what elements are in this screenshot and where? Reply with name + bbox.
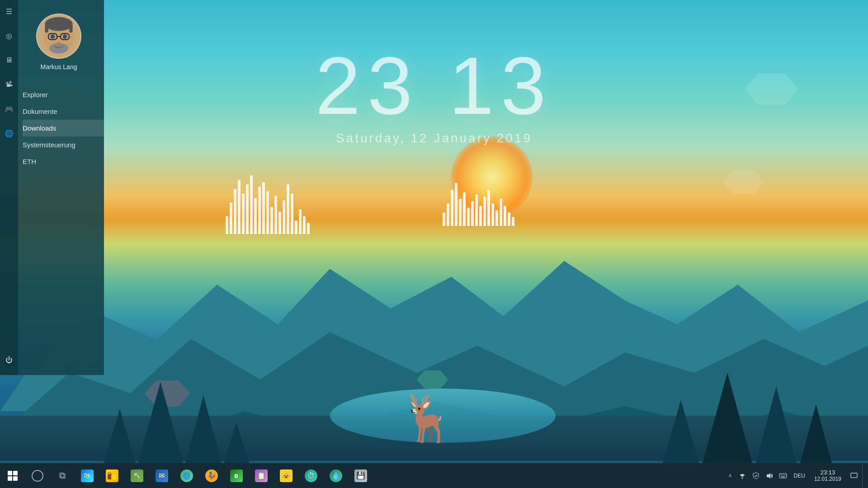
mail-icon: ✉ — [156, 469, 168, 482]
avatar[interactable] — [36, 14, 81, 59]
hex-decoration-2 — [744, 73, 798, 105]
taskbar-minecraft[interactable]: ⛏ — [124, 463, 149, 488]
cortana-icon — [32, 470, 43, 482]
language-text: DEU — [794, 473, 805, 479]
clipboard-icon: 📋 — [255, 469, 268, 482]
menu-item-systemsteuerung[interactable]: Systemsteuerung — [23, 136, 104, 153]
clock-date: Saturday, 12 January 2019 — [315, 131, 552, 145]
taskbar-app-green[interactable]: 🌀 — [174, 463, 199, 488]
tray-time: 23:13 — [821, 469, 835, 476]
menu-item-dokumente[interactable]: Dokumente — [23, 103, 104, 120]
tray-keyboard-icon[interactable] — [777, 463, 789, 488]
equalizer-left — [226, 171, 310, 234]
windows-logo-icon — [8, 471, 18, 481]
taskbar-store[interactable]: 🛍 — [75, 463, 99, 488]
taskbar-mail[interactable]: ✉ — [149, 463, 174, 488]
monitor-icon[interactable]: 🖥 — [3, 54, 15, 66]
taskbar-app-droplet[interactable]: 💧 — [323, 463, 348, 488]
hamburger-icon[interactable]: ☰ — [3, 5, 15, 17]
timer-icon: ⏱ — [305, 469, 317, 482]
icon-rail: ☰ ◎ 🖥 📽 🎮 🌐 ⏻ — [0, 0, 18, 375]
language-indicator[interactable]: DEU — [790, 463, 809, 488]
deer-silhouette: 🦌 — [399, 392, 456, 445]
eye-icon[interactable]: ◎ — [3, 30, 15, 42]
trees-right — [663, 373, 832, 463]
power-icon[interactable]: ⏻ — [3, 354, 15, 366]
taskview-icon: ⧉ — [56, 469, 69, 482]
tree — [138, 382, 183, 463]
taskbar-app-cat[interactable]: 😺 — [274, 463, 298, 488]
start-menu: ☰ ◎ 🖥 📽 🎮 🌐 ⏻ — [0, 0, 104, 375]
droplet-icon: 💧 — [330, 469, 342, 482]
tree — [703, 373, 752, 463]
tree — [663, 400, 699, 463]
svg-rect-12 — [108, 472, 111, 474]
tray-network-icon[interactable] — [736, 463, 749, 488]
projector-icon[interactable]: 📽 — [3, 79, 15, 90]
svg-point-9 — [63, 34, 67, 39]
hex-decoration-3 — [723, 171, 764, 194]
svg-marker-15 — [767, 473, 770, 479]
tree — [800, 404, 832, 463]
equalizer-right — [443, 181, 514, 226]
tray-shield-icon[interactable] — [750, 463, 762, 488]
system-clock[interactable]: 23:13 12.01.2019 — [810, 463, 846, 488]
svg-rect-2 — [45, 24, 48, 33]
menu-item-eth[interactable]: ETH — [23, 153, 104, 170]
taskbar-edge[interactable]: e — [224, 463, 249, 488]
tree — [104, 409, 136, 463]
tree — [224, 422, 249, 463]
app-green-icon: 🌀 — [180, 469, 193, 482]
edge-icon: e — [230, 469, 243, 482]
system-tray: ∧ — [725, 463, 868, 488]
explorer-icon — [106, 469, 118, 482]
avatar-image — [37, 14, 80, 59]
show-desktop-button[interactable] — [862, 463, 866, 488]
svg-point-8 — [51, 34, 55, 39]
cat-icon: 😺 — [280, 469, 292, 482]
taskbar-app-duck[interactable]: 🦆 — [199, 463, 224, 488]
svg-point-1 — [45, 17, 72, 31]
taskbar-explorer[interactable] — [99, 463, 124, 488]
taskbar-app-timer[interactable]: ⏱ — [298, 463, 323, 488]
app-duck-icon: 🦆 — [205, 469, 218, 482]
taskbar-app-disk[interactable]: 💾 — [348, 463, 373, 488]
svg-point-10 — [57, 42, 61, 44]
start-button[interactable] — [0, 463, 25, 488]
minecraft-icon: ⛏ — [131, 469, 143, 482]
tree — [756, 386, 797, 463]
taskbar: ⧉ 🛍 ⛏ ✉ 🌀 🦆 e — [0, 463, 868, 488]
svg-rect-13 — [111, 474, 117, 479]
svg-rect-3 — [69, 24, 73, 33]
menu-item-explorer[interactable]: Explorer — [23, 86, 104, 103]
taskbar-cortana[interactable] — [25, 463, 50, 488]
taskbar-taskview[interactable]: ⧉ — [50, 463, 75, 488]
menu-item-downloads[interactable]: Downloads — [23, 120, 104, 136]
tray-date: 12.01.2019 — [814, 476, 841, 482]
trees-left — [104, 382, 249, 463]
notification-button[interactable] — [847, 463, 861, 488]
gamepad-icon[interactable]: 🎮 — [3, 103, 15, 115]
username: Markus Lang — [41, 63, 77, 70]
clock-widget: 23 13 Saturday, 12 January 2019 — [315, 45, 552, 145]
svg-point-14 — [741, 477, 743, 479]
globe-icon[interactable]: 🌐 — [3, 127, 15, 139]
desktop-background: 🦌 — [0, 0, 868, 488]
store-icon: 🛍 — [81, 469, 94, 482]
tray-expand-button[interactable]: ∧ — [725, 463, 735, 488]
tree — [185, 395, 222, 463]
taskbar-app-clipboard[interactable]: 📋 — [249, 463, 274, 488]
disk-icon: 💾 — [354, 469, 367, 482]
svg-rect-28 — [851, 473, 857, 478]
tray-volume-icon[interactable] — [763, 463, 776, 488]
clock-time: 23 13 — [315, 45, 552, 127]
taskbar-app-icons: ⧉ 🛍 ⛏ ✉ 🌀 🦆 e — [25, 463, 725, 488]
svg-point-4 — [49, 43, 68, 53]
